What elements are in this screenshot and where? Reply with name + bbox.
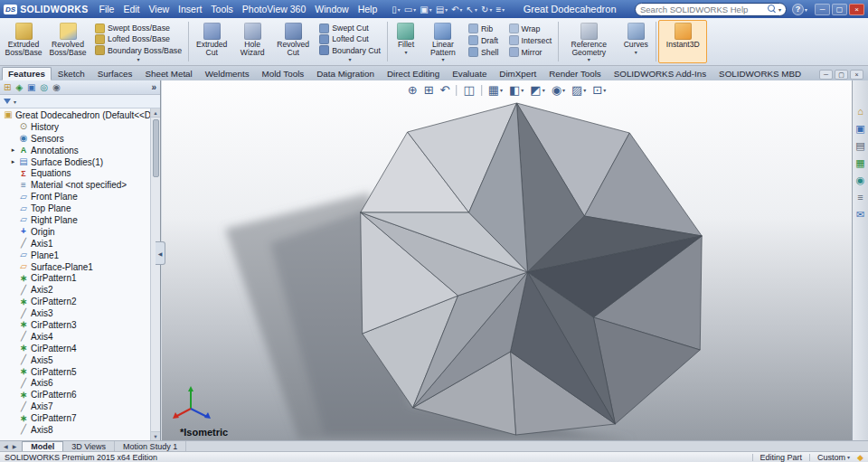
- configurationmanager-tab-icon[interactable]: ▣: [27, 81, 35, 94]
- draft-button[interactable]: Draft: [467, 34, 501, 46]
- commandmanager-tab[interactable]: Weldments: [199, 67, 256, 80]
- forum-icon[interactable]: ✉: [856, 209, 864, 220]
- cut-flyout-icon[interactable]: ▾: [349, 56, 352, 63]
- commandmanager-tab[interactable]: Mold Tools: [256, 67, 311, 80]
- search-dropdown-icon[interactable]: ▾: [778, 6, 781, 13]
- restore-button[interactable]: ▢: [832, 4, 847, 15]
- tree-item[interactable]: ▸ Annotations: [3, 145, 148, 156]
- tree-item[interactable]: ▸ CirPattern6: [3, 389, 148, 401]
- design-library-icon[interactable]: ▣: [855, 123, 864, 134]
- reference-geometry-button[interactable]: Reference Geometry ▾: [561, 20, 617, 63]
- propertymanager-tab-icon[interactable]: ◈: [15, 81, 23, 94]
- configuration-selector[interactable]: Custom ▾: [817, 453, 850, 462]
- tree-item[interactable]: ▸ CirPattern7: [3, 412, 148, 424]
- extruded-cut-button[interactable]: Extruded Cut: [191, 20, 232, 63]
- commandmanager-tab[interactable]: Features: [2, 67, 52, 80]
- menu-item[interactable]: Insert: [174, 3, 206, 15]
- featuremanager-tab-icon[interactable]: ⊞: [4, 81, 11, 94]
- menu-item[interactable]: Tools: [206, 3, 238, 15]
- section-view-button[interactable]: ◫: [463, 83, 474, 97]
- document-close-button[interactable]: ×: [850, 70, 863, 80]
- tree-item[interactable]: ▸ CirPattern3: [3, 319, 148, 331]
- great-dodecahedron-model[interactable]: [162, 80, 852, 440]
- options-button[interactable]: ≡▾: [495, 5, 505, 14]
- panel-collapse-button[interactable]: ◀: [156, 241, 165, 265]
- tree-root-item[interactable]: Great Dodecahedron (Default<<Default: [3, 109, 148, 121]
- custom-properties-icon[interactable]: ≡: [857, 192, 863, 203]
- intersect-button[interactable]: Intersect: [507, 34, 554, 46]
- tree-item[interactable]: ▸ CirPattern5: [3, 366, 148, 378]
- apply-scene-button[interactable]: ▨▾: [571, 83, 586, 97]
- commandmanager-tab[interactable]: SOLIDWORKS Add-Ins: [608, 67, 712, 80]
- dimxpertmanager-tab-icon[interactable]: ◎: [41, 81, 49, 94]
- close-button[interactable]: ×: [849, 4, 864, 15]
- reference-geometry-flyout-icon[interactable]: ▾: [588, 56, 590, 63]
- tree-item[interactable]: ▸ Equations: [3, 167, 148, 179]
- edit-appearance-button[interactable]: ◉▾: [552, 83, 565, 97]
- undo-button[interactable]: ↶▾: [451, 5, 462, 14]
- zoom-area-button[interactable]: ⊞: [424, 83, 434, 97]
- fillet-button[interactable]: Fillet ▾: [390, 20, 422, 63]
- expand-arrow-icon[interactable]: ▸: [10, 146, 16, 154]
- open-document-button[interactable]: ▭▾: [404, 5, 416, 14]
- tree-item[interactable]: ▸ CirPattern1: [3, 272, 148, 284]
- menu-item[interactable]: View: [144, 3, 174, 15]
- tree-item[interactable]: ▸ Axis3: [3, 307, 148, 319]
- print-button[interactable]: ▤▾: [436, 5, 448, 14]
- scroll-down-icon[interactable]: ▼: [151, 431, 160, 440]
- tree-item[interactable]: ▸ Front Plane: [3, 191, 148, 203]
- tree-item[interactable]: ▸ History: [3, 121, 148, 133]
- scrollbar-thumb[interactable]: [153, 119, 159, 177]
- menu-item[interactable]: File: [94, 3, 118, 15]
- panel-overflow-button[interactable]: »: [151, 82, 156, 92]
- tree-item[interactable]: ▸ Axis4: [3, 331, 148, 343]
- new-document-button[interactable]: ▯▾: [392, 5, 401, 14]
- displaymanager-tab-icon[interactable]: ◉: [52, 81, 61, 94]
- document-tab[interactable]: Model: [22, 441, 63, 451]
- menu-item[interactable]: Edit: [118, 3, 144, 15]
- document-restore-button[interactable]: ▢: [835, 70, 848, 80]
- curves-flyout-icon[interactable]: ▾: [635, 49, 637, 56]
- view-settings-button[interactable]: ⊡▾: [592, 83, 606, 97]
- instant3d-button[interactable]: Instant3D: [658, 20, 707, 63]
- extruded-boss-base-button[interactable]: Extruded Boss/Base: [2, 20, 45, 63]
- menu-item[interactable]: Window: [310, 3, 353, 15]
- help-dropdown-icon[interactable]: ▾: [805, 6, 807, 13]
- wrap-button[interactable]: Wrap: [507, 23, 554, 34]
- linear-pattern-flyout-icon[interactable]: ▾: [441, 56, 444, 63]
- expand-arrow-icon[interactable]: ▸: [10, 158, 16, 165]
- tree-item[interactable]: ▸ Axis8: [3, 424, 148, 436]
- display-style-button[interactable]: ◧▾: [509, 83, 524, 97]
- tree-item[interactable]: ▸ Surface Bodies(1): [3, 156, 148, 168]
- mirror-button[interactable]: Mirror: [507, 46, 554, 58]
- fillet-flyout-icon[interactable]: ▾: [404, 49, 407, 56]
- tree-item[interactable]: ▸ Axis2: [3, 284, 148, 296]
- appearances-icon[interactable]: ◉: [856, 174, 865, 185]
- scroll-up-icon[interactable]: ▲: [151, 108, 160, 118]
- commandmanager-tab[interactable]: Surfaces: [91, 67, 139, 80]
- tree-item[interactable]: ▸ Axis7: [3, 401, 148, 412]
- orientation-triad[interactable]: [171, 384, 212, 420]
- minimize-button[interactable]: ─: [815, 4, 830, 15]
- swept-cut-button[interactable]: Swept Cut: [317, 23, 382, 33]
- curves-button[interactable]: Curves ▾: [618, 20, 654, 63]
- tree-item[interactable]: ▸ Material <not specified>: [3, 179, 148, 191]
- status-gem-icon[interactable]: ◆: [857, 453, 863, 462]
- commandmanager-tab[interactable]: Evaluate: [446, 67, 493, 80]
- resources-icon[interactable]: ⌂: [857, 106, 863, 117]
- search-icon[interactable]: [768, 5, 777, 14]
- menu-item[interactable]: PhotoView 360: [238, 3, 310, 15]
- filter-dropdown-icon[interactable]: ▾: [14, 99, 16, 105]
- search-input[interactable]: [640, 5, 768, 14]
- shell-button[interactable]: Shell: [467, 46, 501, 58]
- revolved-cut-button[interactable]: Revolved Cut: [272, 20, 314, 63]
- commandmanager-tab[interactable]: SOLIDWORKS MBD: [712, 67, 807, 80]
- tree-item[interactable]: ▸ Axis1: [3, 238, 148, 250]
- swept-boss-base-button[interactable]: Swept Boss/Base: [93, 23, 184, 33]
- boundary-cut-button[interactable]: Boundary Cut: [317, 45, 382, 56]
- tree-item[interactable]: ▸ Axis5: [3, 354, 148, 366]
- graphics-viewport[interactable]: ⊕ ⊞ ↶ ◫ ▦▾ ◧▾ ◩▾ ◉▾ ▨▾ ⊡▾: [162, 80, 852, 440]
- tab-next-button[interactable]: ▶: [11, 443, 19, 449]
- rebuild-button[interactable]: ↻▾: [481, 5, 492, 14]
- lofted-boss-base-button[interactable]: Lofted Boss/Base: [93, 33, 184, 44]
